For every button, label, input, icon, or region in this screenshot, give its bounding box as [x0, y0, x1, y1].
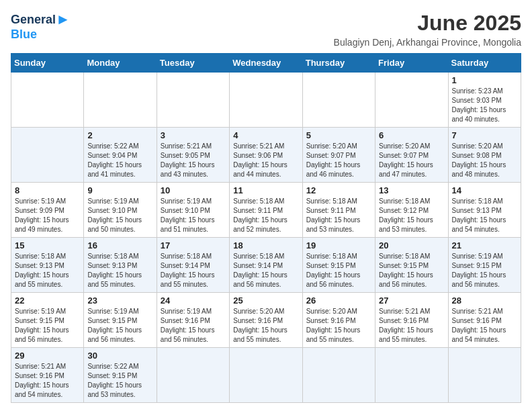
empty-cell — [157, 73, 229, 128]
calendar-subtitle: Bulagiyn Denj, Arkhangai Province, Mongo… — [334, 37, 521, 48]
day-number: 18 — [233, 240, 298, 250]
day-info: Sunrise: 5:18 AMSunset: 9:14 PMDaylight:… — [233, 253, 287, 288]
day-info: Sunrise: 5:19 AMSunset: 9:15 PMDaylight:… — [87, 308, 142, 343]
day-cell: 10Sunrise: 5:19 AMSunset: 9:10 PMDayligh… — [157, 183, 229, 238]
day-info: Sunrise: 5:20 AMSunset: 9:16 PMDaylight:… — [306, 308, 361, 343]
day-number: 7 — [452, 130, 517, 140]
day-cell: 1Sunrise: 5:23 AMSunset: 9:03 PMDaylight… — [448, 73, 521, 128]
day-header-saturday: Saturday — [448, 54, 521, 73]
day-cell: 17Sunrise: 5:18 AMSunset: 9:14 PMDayligh… — [157, 238, 229, 293]
day-cell: 21Sunrise: 5:19 AMSunset: 9:15 PMDayligh… — [448, 238, 521, 293]
day-info: Sunrise: 5:20 AMSunset: 9:16 PMDaylight:… — [233, 308, 287, 343]
day-cell: 2Sunrise: 5:22 AMSunset: 9:04 PMDaylight… — [84, 128, 157, 183]
day-cell: 27Sunrise: 5:21 AMSunset: 9:16 PMDayligh… — [375, 293, 448, 348]
day-header-friday: Friday — [375, 54, 448, 73]
day-number: 13 — [379, 185, 444, 195]
day-info: Sunrise: 5:18 AMSunset: 9:13 PMDaylight:… — [452, 197, 506, 233]
day-cell: 15Sunrise: 5:18 AMSunset: 9:13 PMDayligh… — [11, 238, 84, 293]
day-info: Sunrise: 5:19 AMSunset: 9:15 PMDaylight:… — [452, 253, 506, 288]
day-cell: 24Sunrise: 5:19 AMSunset: 9:16 PMDayligh… — [157, 293, 229, 348]
day-info: Sunrise: 5:21 AMSunset: 9:16 PMDaylight:… — [452, 308, 506, 343]
day-header-thursday: Thursday — [302, 54, 375, 73]
day-cell — [157, 348, 229, 403]
logo-blue: Blue — [11, 28, 37, 40]
day-info: Sunrise: 5:22 AMSunset: 9:04 PMDaylight:… — [87, 142, 142, 178]
day-cell: 5Sunrise: 5:20 AMSunset: 9:07 PMDaylight… — [302, 128, 375, 183]
day-cell: 30Sunrise: 5:22 AMSunset: 9:15 PMDayligh… — [84, 348, 157, 403]
day-info: Sunrise: 5:20 AMSunset: 9:07 PMDaylight:… — [306, 142, 361, 178]
day-info: Sunrise: 5:18 AMSunset: 9:13 PMDaylight:… — [15, 253, 69, 288]
day-number: 9 — [87, 185, 152, 195]
day-info: Sunrise: 5:19 AMSunset: 9:16 PMDaylight:… — [161, 308, 215, 343]
day-number: 30 — [87, 351, 152, 361]
day-number: 8 — [15, 185, 80, 195]
day-number: 5 — [306, 130, 371, 140]
calendar-title: June 2025 — [334, 11, 521, 36]
empty-cell — [84, 73, 157, 128]
day-cell: 9Sunrise: 5:19 AMSunset: 9:10 PMDaylight… — [84, 183, 157, 238]
day-number: 20 — [379, 240, 444, 250]
day-header-wednesday: Wednesday — [230, 54, 302, 73]
day-number: 15 — [15, 240, 80, 250]
day-info: Sunrise: 5:20 AMSunset: 9:08 PMDaylight:… — [452, 142, 506, 178]
title-area: June 2025 Bulagiyn Denj, Arkhangai Provi… — [334, 11, 521, 48]
day-number: 6 — [379, 130, 444, 140]
day-number: 28 — [452, 295, 517, 306]
empty-cell — [11, 128, 84, 183]
day-cell: 18Sunrise: 5:18 AMSunset: 9:14 PMDayligh… — [230, 238, 302, 293]
day-number: 24 — [161, 295, 226, 306]
day-info: Sunrise: 5:19 AMSunset: 9:10 PMDaylight:… — [161, 197, 215, 233]
day-number: 23 — [87, 295, 152, 306]
day-number: 14 — [452, 185, 517, 195]
day-info: Sunrise: 5:19 AMSunset: 9:09 PMDaylight:… — [15, 197, 69, 233]
day-number: 17 — [161, 240, 226, 250]
day-number: 10 — [161, 185, 226, 195]
day-info: Sunrise: 5:22 AMSunset: 9:15 PMDaylight:… — [87, 363, 142, 398]
logo-icon: ► — [56, 11, 71, 28]
logo-general: General — [11, 13, 56, 26]
day-number: 19 — [306, 240, 371, 250]
day-number: 4 — [233, 130, 298, 140]
day-number: 27 — [379, 295, 444, 306]
day-number: 25 — [233, 295, 298, 306]
day-number: 12 — [306, 185, 371, 195]
day-header-tuesday: Tuesday — [157, 54, 229, 73]
day-number: 22 — [15, 295, 80, 306]
day-info: Sunrise: 5:21 AMSunset: 9:16 PMDaylight:… — [15, 363, 69, 398]
empty-cell — [375, 73, 448, 128]
day-cell: 7Sunrise: 5:20 AMSunset: 9:08 PMDaylight… — [448, 128, 521, 183]
day-cell — [230, 348, 302, 403]
day-cell: 3Sunrise: 5:21 AMSunset: 9:05 PMDaylight… — [157, 128, 229, 183]
day-number: 1 — [452, 75, 517, 85]
day-cell: 14Sunrise: 5:18 AMSunset: 9:13 PMDayligh… — [448, 183, 521, 238]
day-cell: 26Sunrise: 5:20 AMSunset: 9:16 PMDayligh… — [302, 293, 375, 348]
day-cell: 20Sunrise: 5:18 AMSunset: 9:15 PMDayligh… — [375, 238, 448, 293]
day-info: Sunrise: 5:20 AMSunset: 9:07 PMDaylight:… — [379, 142, 433, 178]
day-cell: 8Sunrise: 5:19 AMSunset: 9:09 PMDaylight… — [11, 183, 84, 238]
day-info: Sunrise: 5:21 AMSunset: 9:05 PMDaylight:… — [161, 142, 215, 178]
day-info: Sunrise: 5:19 AMSunset: 9:10 PMDaylight:… — [87, 197, 142, 233]
day-info: Sunrise: 5:18 AMSunset: 9:13 PMDaylight:… — [87, 253, 142, 288]
day-cell: 23Sunrise: 5:19 AMSunset: 9:15 PMDayligh… — [84, 293, 157, 348]
day-cell: 11Sunrise: 5:18 AMSunset: 9:11 PMDayligh… — [230, 183, 302, 238]
empty-cell — [230, 73, 302, 128]
day-cell: 16Sunrise: 5:18 AMSunset: 9:13 PMDayligh… — [84, 238, 157, 293]
logo: General ► Blue — [11, 11, 71, 40]
day-number: 26 — [306, 295, 371, 306]
day-cell: 13Sunrise: 5:18 AMSunset: 9:12 PMDayligh… — [375, 183, 448, 238]
day-info: Sunrise: 5:18 AMSunset: 9:14 PMDaylight:… — [161, 253, 215, 288]
day-number: 2 — [87, 130, 152, 140]
day-info: Sunrise: 5:18 AMSunset: 9:11 PMDaylight:… — [233, 197, 287, 233]
day-cell: 12Sunrise: 5:18 AMSunset: 9:11 PMDayligh… — [302, 183, 375, 238]
day-info: Sunrise: 5:18 AMSunset: 9:15 PMDaylight:… — [379, 253, 433, 288]
day-info: Sunrise: 5:23 AMSunset: 9:03 PMDaylight:… — [452, 87, 506, 123]
day-cell: 29Sunrise: 5:21 AMSunset: 9:16 PMDayligh… — [11, 348, 84, 403]
day-info: Sunrise: 5:19 AMSunset: 9:15 PMDaylight:… — [15, 308, 69, 343]
day-cell: 28Sunrise: 5:21 AMSunset: 9:16 PMDayligh… — [448, 293, 521, 348]
day-number: 11 — [233, 185, 298, 195]
calendar-table: SundayMondayTuesdayWednesdayThursdayFrid… — [11, 53, 521, 403]
day-number: 29 — [15, 351, 80, 361]
day-cell — [302, 348, 375, 403]
day-info: Sunrise: 5:21 AMSunset: 9:16 PMDaylight:… — [379, 308, 433, 343]
day-number: 16 — [87, 240, 152, 250]
